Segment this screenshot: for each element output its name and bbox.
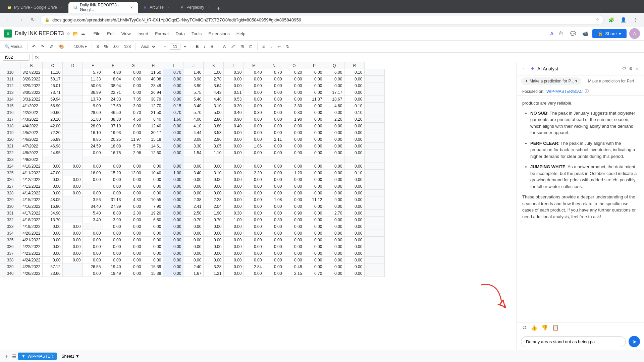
table-cell[interactable]: 3/29/2022 (20, 82, 43, 89)
table-cell[interactable]: 0.00 (304, 257, 324, 263)
borders-btn[interactable]: ⊞ (238, 44, 246, 50)
table-cell[interactable]: 12.70 (143, 103, 163, 109)
table-cell[interactable]: 0.00 (123, 250, 143, 257)
table-cell[interactable]: 0.10 (344, 103, 365, 109)
table-cell[interactable]: 0.00 (103, 223, 123, 230)
table-cell[interactable]: 0.00 (123, 89, 143, 96)
more-button[interactable]: ⋮ (631, 15, 640, 24)
table-cell[interactable]: 0.00 (143, 243, 163, 250)
table-cell[interactable]: 38.94 (103, 82, 123, 89)
table-cell[interactable]: 2.20 (244, 170, 264, 176)
table-cell[interactable] (365, 203, 385, 210)
table-cell[interactable]: 0.00 (123, 163, 143, 170)
table-cell[interactable]: 4/12/2022 (20, 176, 43, 183)
table-cell[interactable]: 0.00 (163, 76, 183, 82)
table-cell[interactable] (365, 129, 385, 136)
row-header[interactable]: 338 (0, 257, 20, 263)
table-cell[interactable]: 0.00 (304, 129, 324, 136)
back-button[interactable]: ← (4, 15, 13, 24)
table-cell[interactable]: 7.85 (123, 96, 143, 103)
table-cell[interactable]: 0.00 (324, 237, 344, 243)
table-cell[interactable]: 0.00 (163, 82, 183, 89)
table-cell[interactable] (365, 149, 385, 156)
table-cell[interactable]: 0.00 (344, 196, 365, 203)
table-cell[interactable] (63, 103, 83, 109)
table-cell[interactable] (63, 210, 83, 217)
table-cell[interactable]: 0.00 (324, 270, 344, 277)
tab-arcwise[interactable]: A Arcwise ✕ (138, 2, 175, 13)
table-cell[interactable]: 0.00 (163, 270, 183, 277)
table-cell[interactable]: 0.00 (224, 270, 244, 277)
table-cell[interactable]: 0.00 (284, 136, 304, 143)
table-cell[interactable]: 0.00 (123, 69, 143, 76)
table-cell[interactable]: 0.70 (264, 69, 284, 76)
table-cell[interactable]: 31.13 (103, 196, 123, 203)
table-cell[interactable]: 0.00 (344, 243, 365, 250)
table-cell[interactable]: 0.00 (163, 243, 183, 250)
table-cell[interactable]: 0.00 (344, 270, 365, 277)
table-cell[interactable]: 2.28 (204, 196, 224, 203)
table-cell[interactable]: 5.00 (204, 109, 224, 116)
table-cell[interactable]: 16.10 (83, 129, 103, 136)
table-cell[interactable]: 16.80 (43, 203, 63, 210)
table-cell[interactable] (63, 149, 83, 156)
table-cell[interactable]: 0.90 (284, 210, 304, 217)
table-cell[interactable]: 0.00 (264, 243, 284, 250)
row-header[interactable]: 333 (0, 223, 20, 230)
table-cell[interactable]: 3/27/2022 (20, 69, 43, 76)
table-cell[interactable]: 0.00 (344, 176, 365, 183)
table-cell[interactable]: 38.30 (103, 116, 123, 123)
table-cell[interactable]: 0.00 (284, 123, 304, 129)
table-cell[interactable] (365, 163, 385, 170)
table-cell[interactable]: 0.00 (304, 149, 324, 156)
table-cell[interactable]: 0.00 (63, 176, 83, 183)
table-cell[interactable]: 3.80 (204, 123, 224, 129)
table-cell[interactable] (63, 96, 83, 103)
table-cell[interactable]: 2.78 (204, 76, 224, 82)
table-cell[interactable]: 3.53 (204, 129, 224, 136)
table-cell[interactable]: 0.10 (344, 69, 365, 76)
table-cell[interactable]: 4/19/2022 (20, 223, 43, 230)
table-cell[interactable]: 0.00 (163, 217, 183, 223)
ai-send-button[interactable]: ➤ (629, 336, 640, 347)
row-header[interactable]: 330 (0, 203, 20, 210)
table-cell[interactable]: 0.00 (344, 143, 365, 149)
reload-button[interactable]: ↻ (28, 15, 38, 24)
menu-data[interactable]: Data (173, 30, 187, 38)
table-cell[interactable] (365, 257, 385, 263)
table-cell[interactable]: 0.00 (123, 76, 143, 82)
table-cell[interactable] (365, 243, 385, 250)
table-cell[interactable]: 0.00 (344, 217, 365, 223)
table-cell[interactable]: 0.15 (163, 103, 183, 109)
table-cell[interactable]: 0.00 (344, 183, 365, 190)
table-cell[interactable]: 72.20 (43, 129, 63, 136)
ai-settings-icon[interactable]: ⚙ (629, 66, 633, 71)
table-cell[interactable]: 0.00 (224, 170, 244, 176)
table-cell[interactable]: 0.00 (264, 163, 284, 170)
profile-button[interactable]: 👤 (619, 15, 628, 24)
table-cell[interactable]: 0.00 (244, 230, 264, 237)
table-cell[interactable]: 0.00 (43, 257, 63, 263)
table-cell[interactable]: 0.00 (264, 257, 284, 263)
table-cell[interactable]: 0.00 (204, 230, 224, 237)
table-cell[interactable]: 0.00 (344, 203, 365, 210)
table-cell[interactable]: 0.00 (264, 230, 284, 237)
tab-gdrive[interactable]: 📁 My Drive - Google Drive ✕ (3, 2, 68, 13)
table-cell[interactable]: 0.00 (244, 96, 264, 103)
table-cell[interactable]: 0.00 (83, 243, 103, 250)
table-cell[interactable] (83, 223, 103, 230)
table-cell[interactable]: 5.78 (123, 143, 143, 149)
table-cell[interactable] (304, 156, 324, 163)
table-cell[interactable] (365, 183, 385, 190)
table-cell[interactable]: 2.96 (204, 136, 224, 143)
table-cell[interactable]: 0.00 (163, 149, 183, 156)
spreadsheet-area[interactable]: B C D E F G H I J K L M N O P (0, 62, 517, 350)
row-header[interactable]: 328 (0, 190, 20, 196)
undo-btn[interactable]: ↶ (30, 44, 38, 50)
table-cell[interactable]: 0.00 (63, 237, 83, 243)
table-cell[interactable]: 0.00 (204, 237, 224, 243)
table-cell[interactable]: 0.00 (63, 223, 83, 230)
table-cell[interactable]: 0.20 (344, 116, 365, 123)
table-cell[interactable]: 50.06 (83, 82, 103, 89)
table-cell[interactable]: 6.50 (143, 217, 163, 223)
